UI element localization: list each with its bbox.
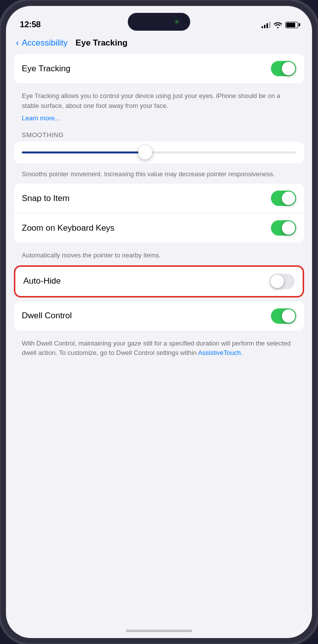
learn-more-link[interactable]: Learn more... xyxy=(14,112,304,127)
dwell-control-card: Dwell Control xyxy=(14,301,304,331)
status-time: 12:58 xyxy=(20,20,41,30)
wifi-icon xyxy=(273,22,282,28)
nav-header: ‹ Accessibility Eye Tracking xyxy=(6,36,312,54)
snap-zoom-card: Snap to Item Zoom on Keyboard Keys xyxy=(14,184,304,243)
eye-tracking-toggle[interactable] xyxy=(271,61,296,76)
smoothing-slider-card xyxy=(14,142,304,163)
phone-frame: 12:58 xyxy=(0,0,318,644)
auto-hide-card: Auto-Hide xyxy=(14,265,304,297)
smoothing-slider[interactable] xyxy=(22,151,296,153)
slider-fill xyxy=(22,151,145,153)
dynamic-island xyxy=(128,13,190,31)
dwell-control-label: Dwell Control xyxy=(22,311,72,321)
eye-tracking-description: Eye Tracking allows you to control your … xyxy=(14,87,304,112)
battery-icon xyxy=(285,22,298,28)
auto-hide-description: Automatically moves the pointer to nearb… xyxy=(14,247,304,265)
smoothing-section-label: SMOOTHING xyxy=(14,127,304,142)
phone-screen: 12:58 xyxy=(6,6,312,638)
toggle-thumb xyxy=(282,221,295,235)
assistive-touch-link[interactable]: AssistiveTouch xyxy=(198,349,241,356)
auto-hide-label: Auto-Hide xyxy=(23,276,61,286)
content-area: Eye Tracking Eye Tracking allows you to … xyxy=(6,54,312,360)
slider-thumb[interactable] xyxy=(138,146,152,159)
auto-hide-row: Auto-Hide xyxy=(15,267,303,296)
toggle-thumb xyxy=(282,309,295,323)
dwell-control-row: Dwell Control xyxy=(14,301,304,331)
snap-to-item-row: Snap to Item xyxy=(14,184,304,213)
dwell-description: With Dwell Control, maintaining your gaz… xyxy=(14,335,304,360)
toggle-thumb xyxy=(282,62,295,75)
smoothing-description: Smooths pointer movement. Increasing thi… xyxy=(14,165,304,184)
eye-tracking-label: Eye Tracking xyxy=(22,64,70,74)
zoom-keyboard-label: Zoom on Keyboard Keys xyxy=(22,223,114,233)
back-chevron-icon: ‹ xyxy=(16,38,19,48)
status-icons xyxy=(262,21,298,28)
home-indicator xyxy=(126,630,192,632)
eye-tracking-row: Eye Tracking xyxy=(14,54,304,83)
toggle-thumb xyxy=(282,192,295,205)
auto-hide-toggle[interactable] xyxy=(269,274,295,289)
page-title: Eye Tracking xyxy=(76,38,128,48)
back-button[interactable]: Accessibility xyxy=(22,38,68,48)
zoom-keyboard-row: Zoom on Keyboard Keys xyxy=(14,213,304,243)
dwell-control-toggle[interactable] xyxy=(271,308,296,324)
snap-to-item-toggle[interactable] xyxy=(271,191,296,206)
eye-tracking-card: Eye Tracking xyxy=(14,54,304,83)
battery-fill xyxy=(286,23,295,27)
zoom-keyboard-toggle[interactable] xyxy=(271,220,296,236)
signal-icon xyxy=(262,21,270,28)
camera-icon xyxy=(174,19,179,24)
snap-to-item-label: Snap to Item xyxy=(22,194,69,203)
toggle-thumb xyxy=(270,275,284,288)
